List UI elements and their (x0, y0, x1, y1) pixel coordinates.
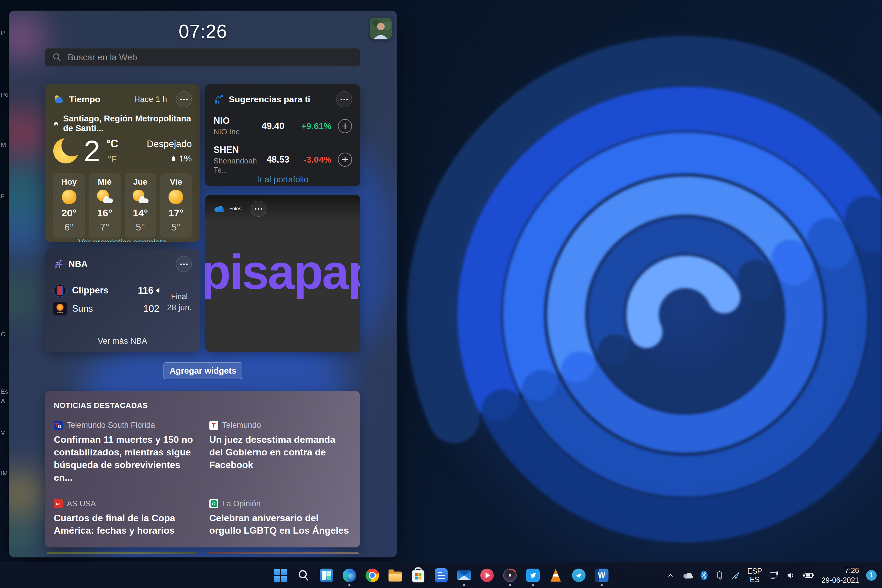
taskbar: W (0, 562, 882, 588)
search-input[interactable] (67, 52, 353, 63)
full-forecast-link[interactable]: Ver pronóstico completo (53, 237, 192, 242)
running-indicator (509, 584, 511, 586)
more-options-button[interactable] (251, 201, 266, 217)
next-card-edge (47, 552, 198, 554)
desktop-label-fragment: M (1, 141, 6, 148)
news-headline[interactable]: Confirman 11 muertes y 150 no contabiliz… (54, 434, 196, 484)
news-source: Telemundo (222, 421, 261, 430)
folder-icon (389, 572, 402, 582)
telemundo51-logo: T51 (54, 421, 63, 430)
news-item[interactable]: T51 Telemundo South Florida Confirman 11… (54, 421, 196, 484)
stock-row[interactable]: NIO NIO Inc 49.40 +9.61% (213, 116, 352, 136)
widgets-button[interactable] (319, 568, 334, 582)
tray-location-icon[interactable] (731, 571, 740, 580)
tray-bluetooth-icon[interactable] (700, 570, 708, 580)
stock-row[interactable]: SHEN Shenandoah Te... 48.53 -3.04% (213, 145, 352, 175)
tray-date: 29-06-2021 (822, 576, 859, 584)
media-player-app[interactable] (480, 568, 494, 582)
stocks-widget[interactable]: Sugerencias para ti NIO NIO Inc 49.40 +9… (205, 84, 360, 186)
microsoft-store-app[interactable] (411, 568, 425, 582)
notification-badge[interactable]: 1 (866, 570, 877, 580)
unit-celsius[interactable]: °C (106, 138, 118, 150)
twitter-bird-icon (526, 568, 540, 582)
acrylic-blob (9, 108, 47, 160)
avatar[interactable] (370, 18, 392, 39)
forecast-day[interactable]: Vie 17° 5° (160, 173, 192, 237)
tray-usb-icon[interactable] (715, 570, 724, 580)
forecast-day[interactable]: Jue 14° 5° (125, 173, 156, 237)
add-to-watchlist-button[interactable] (338, 153, 352, 167)
tray-volume-icon[interactable] (786, 571, 796, 580)
acrylic-blob (9, 213, 41, 258)
nba-title: NBA (69, 259, 88, 269)
forecast-low: 7° (100, 222, 110, 233)
clear-night-moon-icon (53, 138, 78, 164)
language-indicator[interactable]: ESP ES (747, 567, 762, 584)
play-circle-icon (480, 568, 494, 582)
news-item[interactable]: as AS USA Cuartos de final de la Copa Am… (54, 499, 196, 537)
web-search-bar[interactable] (45, 48, 360, 66)
precipitation-icon (171, 155, 176, 162)
telegram-app[interactable] (572, 568, 586, 582)
file-explorer-app[interactable] (388, 568, 402, 582)
weather-widget[interactable]: Tiempo Hace 1 h Santiago, Región Metropo… (45, 84, 200, 242)
nba-game[interactable]: Clippers 116 suns Suns 102 Final 28 jun. (53, 284, 192, 320)
notes-app[interactable] (434, 568, 448, 582)
portfolio-link[interactable]: Ir al portafolio (213, 175, 352, 184)
tray-onedrive-icon[interactable] (682, 572, 693, 579)
acrylic-blob (9, 164, 44, 231)
news-item[interactable]: T Telemundo Un juez desestima demanda de… (209, 421, 352, 484)
edge-app[interactable] (342, 568, 356, 582)
forecast-day[interactable]: Mié 16° 7° (89, 173, 120, 237)
more-options-button[interactable] (336, 92, 352, 107)
recorder-app[interactable] (503, 568, 517, 582)
partly-cloudy-icon (132, 190, 149, 204)
forecast-day[interactable]: Hoy 20° 6° (53, 173, 85, 237)
mail-app[interactable] (457, 568, 471, 582)
unit-toggle[interactable]: °C °F (104, 138, 120, 164)
chrome-app[interactable] (365, 568, 379, 582)
stock-price: 48.53 (266, 154, 289, 165)
weather-location[interactable]: Santiago, Región Metropolitana de Santi.… (63, 114, 192, 133)
current-temp: 2 (84, 136, 100, 165)
forecast-low: 5° (171, 222, 181, 233)
news-headline[interactable]: Cuartos de final de la Copa América: fec… (54, 512, 196, 537)
desktop-label-fragment: C (1, 331, 5, 338)
stock-symbol: SHEN (213, 145, 266, 155)
telegram-plane-icon (572, 568, 586, 582)
suns-logo: suns (53, 302, 67, 315)
word-app[interactable]: W (595, 568, 609, 582)
taskbar-clock[interactable]: 7:26 29-06-2021 (822, 566, 859, 585)
vlc-app[interactable] (549, 568, 563, 582)
add-to-watchlist-button[interactable] (338, 119, 352, 133)
nba-widget[interactable]: NBA Clippers 116 suns S (45, 249, 200, 352)
forecast-day-label: Jue (133, 177, 147, 187)
photos-widget[interactable]: Fotos pisapape (205, 195, 360, 352)
news-source: Telemundo South Florida (67, 421, 155, 430)
news-headline[interactable]: Un juez desestima demanda del Gobierno e… (209, 434, 352, 471)
sunny-icon (62, 190, 77, 204)
news-headline[interactable]: Celebran aniversario del orgullo LGBTQ e… (209, 512, 352, 537)
tray-chevron-up-icon[interactable] (666, 571, 675, 580)
tray-display-icon[interactable] (769, 571, 779, 580)
stock-price: 49.40 (261, 121, 284, 131)
stock-symbol: NIO (213, 116, 239, 126)
photo-overlay-text: pisapape (205, 244, 360, 300)
desktop-label-fragment: Es (1, 388, 8, 395)
taskbar-search-button[interactable] (296, 568, 311, 582)
news-item[interactable]: O La Opinión Celebran aniversario del or… (209, 499, 352, 537)
twitter-app[interactable] (526, 568, 540, 582)
avatar-image (370, 18, 392, 39)
more-options-button[interactable] (176, 256, 192, 272)
desktop-label-fragment: IM (1, 470, 8, 477)
tray-battery-icon[interactable] (802, 571, 814, 580)
photos-title: Fotos (229, 206, 241, 212)
unit-fahrenheit[interactable]: °F (108, 154, 116, 164)
start-button[interactable] (273, 568, 288, 582)
forecast-low: 5° (135, 222, 145, 233)
add-widgets-button[interactable]: Agregar widgets (164, 362, 242, 379)
more-options-button[interactable] (176, 92, 192, 107)
windows-logo-icon (274, 569, 287, 582)
forecast-high: 16° (97, 207, 112, 219)
more-nba-link[interactable]: Ver más NBA (53, 336, 192, 346)
